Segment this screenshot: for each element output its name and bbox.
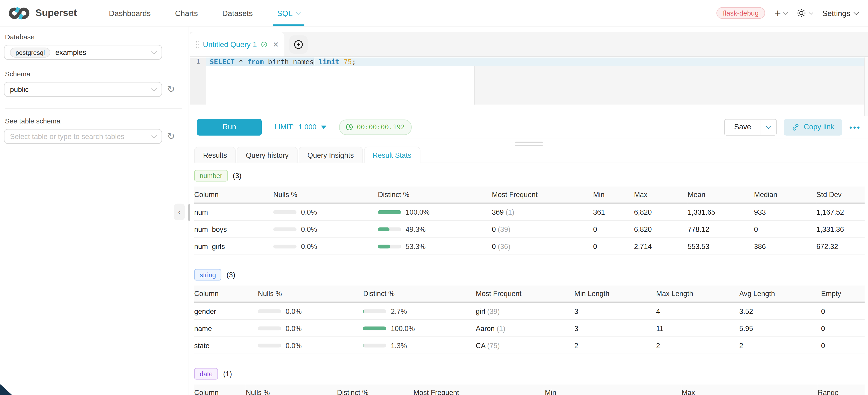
tab-query-insights[interactable]: Query Insights [299, 147, 363, 162]
tab-results[interactable]: Results [194, 147, 236, 162]
type-badge-string: string [194, 269, 221, 280]
editor-scrollbar[interactable] [864, 58, 868, 116]
column-header: Empty [821, 285, 865, 302]
metric-bar-cell: 0.0% [273, 238, 378, 255]
stat-cell: 553.53 [688, 238, 754, 255]
chevron-down-icon [766, 123, 771, 129]
stat-cell: 2 [574, 337, 656, 354]
new-item-menu[interactable]: + [775, 8, 787, 18]
column-header: Nulls % [273, 186, 378, 203]
query-tab[interactable]: Untitled Query 1 ✕ [190, 32, 284, 57]
theme-menu[interactable] [797, 8, 813, 18]
database-engine-tag: postgresql [10, 47, 51, 57]
value-with-count: Aaron (1) [476, 320, 574, 337]
column-count: (3) [232, 172, 241, 180]
drag-handle-icon[interactable] [195, 40, 198, 49]
column-header: Max Length [656, 285, 739, 302]
tab-result-stats[interactable]: Result Stats [364, 147, 420, 163]
percent-bar [363, 309, 386, 313]
superset-logo-icon [8, 6, 30, 20]
sql-editor[interactable]: 1 SELECT * from birth_names limit 75; [190, 58, 868, 116]
metric-bar-cell: 100.0% [363, 320, 476, 337]
close-tab-icon[interactable]: ✕ [273, 40, 279, 49]
column-header: Most Frequent [492, 186, 593, 203]
limit-dropdown[interactable]: LIMIT: 1 000 [275, 123, 327, 131]
stat-cell: state [194, 337, 258, 354]
metric-bar-cell: 0.0% [273, 221, 378, 238]
stat-cell: 0 [593, 221, 634, 238]
nav-sql[interactable]: SQL [265, 0, 312, 26]
table-select[interactable]: Select table or type to search tables [4, 129, 162, 144]
scrollbar-thumb[interactable] [188, 204, 190, 221]
schema-label: Schema [5, 70, 183, 78]
stat-cell: 0 [754, 221, 816, 238]
nav-charts[interactable]: Charts [163, 0, 210, 26]
stat-cell: name [194, 320, 258, 337]
table-select-placeholder: Select table or type to search tables [10, 132, 124, 141]
column-header: Min Length [574, 285, 656, 302]
superset-brand[interactable]: Superset [8, 6, 77, 20]
settings-menu[interactable]: Settings [822, 9, 858, 18]
column-header: Distinct % [337, 385, 413, 395]
stat-cell: 361 [593, 203, 634, 220]
metric-bar-cell: 1.3% [363, 337, 476, 354]
stat-cell: 1,331.36 [816, 221, 865, 238]
stat-cell: 3 [574, 320, 656, 337]
type-badge-date: date [194, 368, 218, 380]
tab-query-history[interactable]: Query history [237, 147, 298, 162]
metric-bar-cell: 49.3% [378, 221, 492, 238]
database-select[interactable]: postgresql examples [4, 45, 162, 60]
stat-cell: gender [194, 302, 258, 320]
stats-section-number: number(3)ColumnNulls %Distinct %Most Fre… [194, 170, 865, 255]
chevron-down-icon [809, 10, 814, 14]
column-header: Std Dev [816, 186, 865, 203]
metric-bar-cell: 0.0% [258, 320, 363, 337]
code-line: SELECT * from birth_names limit 75; [210, 58, 356, 66]
code-token: limit [318, 58, 339, 66]
stat-cell: 3 [574, 302, 656, 320]
stats-row-num: num0.0%100.0%369 (1)3616,8201,331.659331… [194, 203, 865, 220]
percent-bar [378, 227, 401, 231]
sidebar-divider [5, 108, 182, 109]
chevron-down-icon [783, 10, 788, 14]
refresh-schemas-icon[interactable]: ↻ [167, 85, 175, 94]
stat-cell: 1,331.65 [688, 203, 754, 220]
stat-cell: 2 [656, 337, 739, 354]
stat-cell: 0 [593, 238, 634, 255]
run-query-button[interactable]: Run [197, 119, 262, 135]
database-value: examples [55, 48, 86, 57]
stats-row-name: name0.0%100.0%Aaron (1)3115.950 [194, 320, 865, 337]
top-nav: Superset Dashboards Charts Datasets SQL … [0, 0, 868, 27]
copy-link-button[interactable]: Copy link [784, 119, 842, 135]
line-number: 1 [196, 58, 200, 65]
stat-cell: 5.95 [739, 320, 821, 337]
nav-datasets[interactable]: Datasets [210, 0, 265, 26]
save-button[interactable]: Save [725, 119, 761, 135]
code-token: SELECT [210, 58, 235, 66]
more-actions-button[interactable]: ••• [849, 123, 861, 131]
stat-cell: 0 [821, 337, 865, 354]
code-token: * [239, 58, 243, 66]
metric-bar-cell: 100.0% [378, 203, 492, 220]
result-stats-content: number(3)ColumnNulls %Distinct %Most Fre… [194, 163, 865, 395]
stat-cell: 1,167.52 [816, 203, 865, 220]
percent-bar [378, 245, 401, 248]
sqllab-sidebar: Database postgresql examples Schema publ… [0, 27, 189, 395]
stat-cell: 2,714 [634, 238, 688, 255]
schema-value: public [10, 85, 29, 93]
stats-table-date: ColumnNulls %Distinct %Most FrequentMinM… [194, 385, 865, 395]
print-margin-area [474, 66, 865, 104]
save-dropdown-button[interactable] [761, 119, 776, 135]
stat-cell: 6,820 [634, 203, 688, 220]
stat-cell: 386 [754, 238, 816, 255]
stats-row-num_girls: num_girls0.0%53.3%0 (36)02,714553.533866… [194, 238, 865, 255]
refresh-tables-icon[interactable]: ↻ [167, 132, 175, 141]
new-query-tab-button[interactable] [289, 35, 308, 54]
stats-section-date: date(1)ColumnNulls %Distinct %Most Frequ… [194, 368, 865, 395]
collapse-sidebar-button[interactable]: ‹ [174, 204, 185, 220]
schema-select[interactable]: public [4, 82, 162, 97]
nav-dashboards[interactable]: Dashboards [97, 0, 163, 26]
stat-cell: num_boys [194, 221, 273, 238]
metric-bar-cell: 0.0% [258, 337, 363, 354]
code-token [314, 58, 318, 66]
